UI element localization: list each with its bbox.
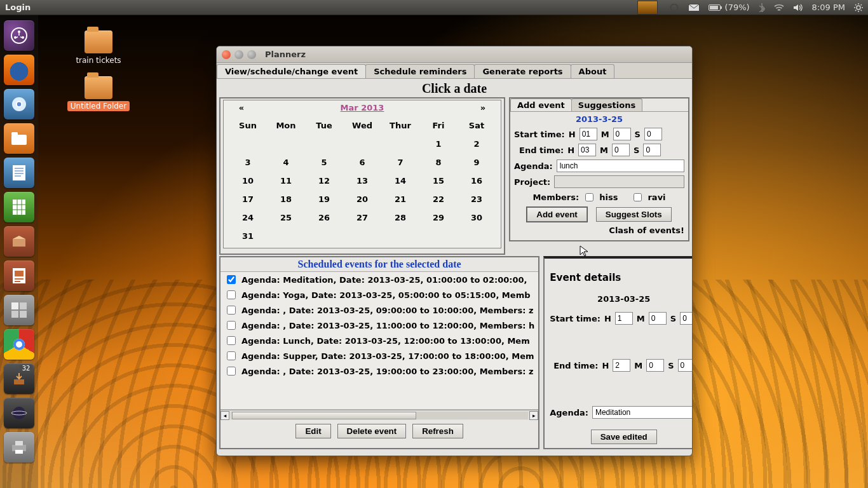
event-item[interactable]: Agenda: Supper, Date: 2013-03-25, 17:00:… (220, 348, 538, 363)
messaging-menu-icon[interactable] (669, 4, 679, 11)
cal-day[interactable]: 1 (419, 135, 458, 153)
cal-day[interactable]: 2 (458, 135, 496, 153)
cal-day[interactable]: 30 (458, 208, 496, 227)
cal-day[interactable]: 18 (267, 190, 305, 208)
subtab-add-event[interactable]: Add event (510, 98, 572, 111)
events-horizontal-scrollbar[interactable]: ◂ ▸ (220, 410, 538, 420)
details-start-m[interactable] (649, 312, 667, 325)
cal-day[interactable]: 8 (419, 153, 458, 172)
event-checkbox[interactable] (227, 275, 236, 284)
calc-icon[interactable] (4, 192, 34, 222)
cal-day[interactable]: 28 (381, 208, 419, 227)
edit-button[interactable]: Edit (295, 424, 330, 438)
event-checkbox[interactable] (227, 306, 236, 315)
tray-thumbnail[interactable] (637, 1, 660, 15)
clock[interactable]: 8:09 PM (812, 3, 845, 12)
event-checkbox[interactable] (227, 351, 236, 360)
tab-view-schedule[interactable]: View/schedule/change event (217, 64, 366, 78)
save-edited-button[interactable]: Save edited (591, 430, 657, 444)
start-h-input[interactable] (580, 128, 597, 140)
cal-day[interactable]: 29 (419, 208, 458, 227)
eclipse-icon[interactable] (4, 398, 34, 428)
writer-icon[interactable] (4, 158, 34, 188)
cal-day[interactable]: 22 (419, 190, 458, 208)
event-checkbox[interactable] (227, 367, 236, 376)
cal-day[interactable]: 23 (458, 190, 496, 208)
refresh-button[interactable]: Refresh (412, 424, 463, 438)
minimize-icon[interactable] (234, 50, 243, 59)
bluetooth-icon[interactable] (759, 3, 765, 12)
scroll-thumb[interactable] (232, 412, 416, 419)
desktop-folder-train-tickets[interactable]: train tickets (64, 30, 133, 65)
cal-day[interactable]: 21 (381, 190, 419, 208)
tab-about[interactable]: About (571, 64, 615, 78)
close-icon[interactable] (222, 50, 231, 59)
member-hiss-checkbox[interactable] (585, 193, 593, 201)
chrome-icon[interactable] (4, 329, 34, 360)
network-icon[interactable] (774, 4, 784, 11)
event-checkbox[interactable] (227, 290, 236, 299)
add-event-button[interactable]: Add event (527, 207, 587, 222)
impress-icon[interactable] (4, 261, 34, 291)
sound-icon[interactable] (793, 4, 803, 11)
cal-day[interactable]: 16 (458, 172, 496, 190)
workspace-switcher-icon[interactable] (4, 295, 34, 325)
battery-indicator[interactable]: (79%) (709, 3, 750, 12)
updates-icon[interactable]: 32 (4, 363, 34, 394)
cal-day[interactable]: 3 (229, 153, 267, 172)
desktop-folder-untitled[interactable]: Untitled Folder (64, 76, 133, 111)
titlebar[interactable]: Plannerz (217, 46, 692, 63)
details-end-h[interactable] (613, 359, 630, 372)
cal-day[interactable]: 11 (267, 172, 305, 190)
cal-day[interactable]: 9 (458, 153, 496, 172)
end-m-input[interactable] (612, 144, 630, 156)
end-s-input[interactable] (643, 144, 661, 156)
event-item[interactable]: Agenda: Meditation, Date: 2013-03-25, 01… (220, 272, 538, 287)
calendar-month-label[interactable]: Mar 2013 (254, 103, 470, 112)
project-input[interactable] (554, 175, 684, 188)
chromium-icon[interactable] (4, 89, 34, 119)
member-ravi-checkbox[interactable] (634, 193, 642, 201)
calendar-prev[interactable]: « (229, 103, 254, 112)
event-item[interactable]: Agenda: , Date: 2013-03-25, 09:00:00 to … (220, 302, 538, 318)
cal-day[interactable]: 6 (343, 153, 381, 172)
scroll-right-icon[interactable]: ▸ (529, 411, 538, 420)
event-item[interactable]: Agenda: Yoga, Date: 2013-03-25, 05:00:00… (220, 287, 538, 302)
event-item[interactable]: Agenda: , Date: 2013-03-25, 11:00:00 to … (220, 318, 538, 333)
cal-day[interactable]: 12 (305, 172, 343, 190)
cal-day[interactable]: 27 (343, 208, 381, 227)
agenda-input[interactable] (557, 159, 684, 172)
scroll-left-icon[interactable]: ◂ (220, 411, 229, 420)
cal-day[interactable]: 26 (305, 208, 343, 227)
details-agenda-input[interactable] (592, 406, 693, 419)
printer-icon[interactable] (4, 432, 34, 463)
tab-reminders[interactable]: Schedule reminders (365, 64, 475, 78)
details-end-m[interactable] (646, 359, 664, 372)
cal-day[interactable]: 31 (229, 227, 267, 245)
details-start-s[interactable] (680, 312, 693, 325)
mail-icon[interactable] (688, 4, 700, 11)
subtab-suggestions[interactable]: Suggestions (571, 98, 642, 111)
cal-day[interactable]: 17 (229, 190, 267, 208)
suggest-slots-button[interactable]: Suggest Slots (596, 207, 672, 222)
session-gear-icon[interactable] (854, 3, 863, 12)
event-checkbox[interactable] (227, 336, 236, 345)
tab-reports[interactable]: Generate reports (474, 64, 571, 78)
cal-day[interactable]: 5 (305, 153, 343, 172)
event-item[interactable]: Agenda: , Date: 2013-03-25, 19:00:00 to … (220, 363, 538, 379)
delete-event-button[interactable]: Delete event (337, 424, 407, 438)
start-s-input[interactable] (644, 128, 662, 140)
maximize-icon[interactable] (247, 50, 256, 59)
firefox-icon[interactable] (4, 55, 34, 85)
start-m-input[interactable] (613, 128, 631, 140)
cal-day[interactable]: 7 (381, 153, 419, 172)
calendar-next[interactable]: » (470, 103, 496, 112)
event-item[interactable]: Agenda: Lunch, Date: 2013-03-25, 12:00:0… (220, 333, 538, 348)
cal-day[interactable]: 4 (267, 153, 305, 172)
details-end-s[interactable] (678, 359, 693, 372)
cal-day[interactable]: 14 (381, 172, 419, 190)
details-start-h[interactable] (615, 312, 633, 325)
files-icon[interactable] (4, 123, 34, 154)
cal-day[interactable]: 24 (229, 208, 267, 227)
cal-day[interactable]: 10 (229, 172, 267, 190)
